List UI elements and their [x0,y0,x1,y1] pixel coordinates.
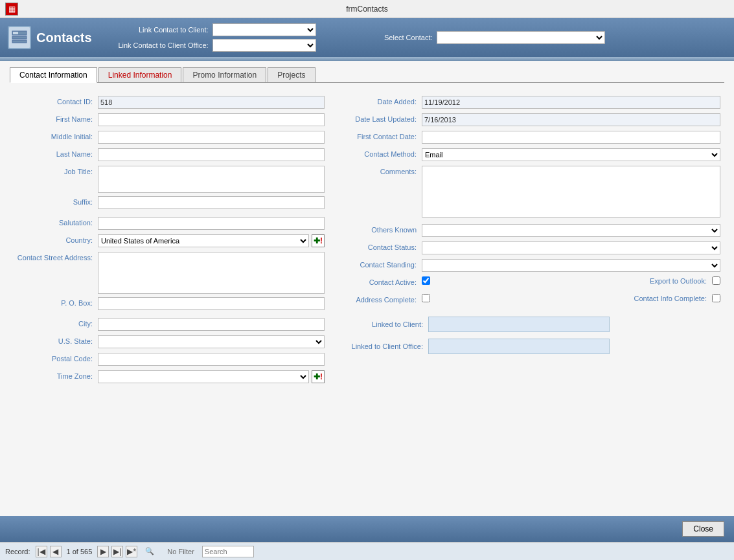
contact-status-row: Contact Status: [338,241,720,256]
contact-active-checkbox[interactable] [422,276,430,285]
street-address-label: Contact Street Address: [14,252,98,262]
comments-row: Comments: [338,166,720,218]
link-office-row: Link Contact to Client Office: [118,39,316,52]
city-label: City: [14,318,98,328]
form-left-column: Contact ID: First Name: Middle Initial: … [14,96,325,388]
address-complete-checkbox[interactable] [422,294,430,302]
select-contact-row: Select Contact: [342,31,605,44]
nav-new-button[interactable]: ▶* [126,546,137,557]
job-title-label: Job Title: [14,166,98,175]
country-select[interactable]: United States of America [98,234,309,247]
first-name-row: First Name: [14,113,325,128]
street-address-input[interactable] [98,252,325,294]
export-to-outlook-checkbox[interactable] [712,276,720,285]
plus-icon-tz: ✚ [314,372,320,381]
nav-next-button[interactable]: ▶ [97,546,109,557]
first-contact-date-row: First Contact Date: [338,131,720,145]
date-added-label: Date Added: [338,96,422,106]
no-filter-label: No Filter [167,548,194,555]
first-name-input[interactable] [98,113,325,126]
close-button[interactable]: Close [682,521,724,537]
date-added-input[interactable] [422,96,720,109]
country-label: Country: [14,234,98,244]
link-client-row: Link Contact to Client: [118,23,316,36]
nav-last-icon: ▶| [113,547,121,556]
excl-icon: ! [320,236,323,245]
nav-prev-icon: ◀ [52,547,58,556]
nav-last-button[interactable]: ▶| [111,546,123,557]
svg-rect-3 [13,32,18,34]
job-title-input[interactable] [98,166,325,193]
us-state-select[interactable] [98,335,325,348]
us-state-row: U.S. State: [14,335,325,350]
contact-standing-select[interactable] [422,259,720,272]
date-last-updated-input[interactable] [422,113,720,126]
tab-contact-information[interactable]: Contact Information [10,67,97,83]
timezone-add-button[interactable]: ✚! [312,370,325,383]
excl-icon-tz: ! [320,372,323,381]
search-input[interactable] [202,546,254,557]
city-input[interactable] [98,318,325,331]
linked-to-client-label: Linked to Client: [338,320,428,328]
svg-rect-2 [12,40,27,43]
postal-code-row: Postal Code: [14,353,325,367]
first-contact-date-input[interactable] [422,131,720,144]
link-client-select[interactable] [212,23,316,36]
first-name-label: First Name: [14,113,98,123]
contact-id-input[interactable] [98,96,325,109]
job-title-row: Job Title: [14,166,325,193]
contact-status-label: Contact Status: [338,241,422,251]
contact-active-row: Contact Active: Export to Outlook: [338,276,720,291]
tab-promo-information[interactable]: Promo Information [183,67,266,82]
linked-to-client-input[interactable] [428,317,610,332]
link-office-select[interactable] [212,39,316,52]
others-known-row: Others Known [338,224,720,238]
contact-method-select[interactable]: Email [422,148,720,161]
country-add-button[interactable]: ✚! [312,234,325,247]
postal-code-input[interactable] [98,353,325,366]
app-title: Contacts [36,30,92,45]
linked-to-client-office-label: Linked to Client Office: [338,342,428,350]
street-address-row: Contact Street Address: [14,252,325,294]
status-bar: Close [0,516,734,542]
middle-initial-label: Middle Initial: [14,131,98,140]
contact-active-label: Contact Active: [338,276,422,286]
contact-info-complete-checkbox[interactable] [712,294,720,302]
last-name-input[interactable] [98,148,325,161]
time-zone-label: Time Zone: [14,370,98,380]
others-known-label: Others Known [338,224,422,234]
link-office-label: Link Contact to Client Office: [118,41,209,49]
tab-linked-information[interactable]: Linked Information [98,67,182,82]
contact-status-select[interactable] [422,241,720,254]
others-known-select[interactable] [422,224,720,237]
middle-initial-input[interactable] [98,131,325,144]
us-state-label: U.S. State: [14,335,98,345]
contact-method-label: Contact Method: [338,148,422,158]
postal-code-label: Postal Code: [14,353,98,363]
address-complete-label: Address Complete: [338,294,422,304]
nav-first-button[interactable]: |◀ [36,546,47,557]
comments-input[interactable] [422,166,720,218]
linked-to-client-office-input[interactable] [428,339,610,354]
city-row: City: [14,318,325,332]
window-icon: ▦ [5,3,18,16]
contact-standing-row: Contact Standing: [338,259,720,273]
nav-prev-button[interactable]: ◀ [50,546,62,557]
filter-indicator: 🔍 [145,547,154,555]
nav-first-icon: |◀ [37,547,45,556]
svg-rect-1 [12,36,27,39]
time-zone-select[interactable] [98,370,309,383]
country-row: Country: United States of America ✚! [14,234,325,249]
app-logo: Contacts [8,26,92,49]
form-right-column: Date Added: Date Last Updated: First Con… [338,96,720,388]
select-contact-select[interactable] [437,31,605,44]
date-last-updated-row: Date Last Updated: [338,113,720,128]
salutation-input[interactable] [98,217,325,230]
tab-projects[interactable]: Projects [268,67,315,82]
po-box-row: P. O. Box: [14,297,325,311]
date-added-row: Date Added: [338,96,720,110]
suffix-input[interactable] [98,196,325,209]
po-box-input[interactable] [98,297,325,310]
contact-standing-label: Contact Standing: [338,259,422,269]
logo-icon [8,26,31,49]
